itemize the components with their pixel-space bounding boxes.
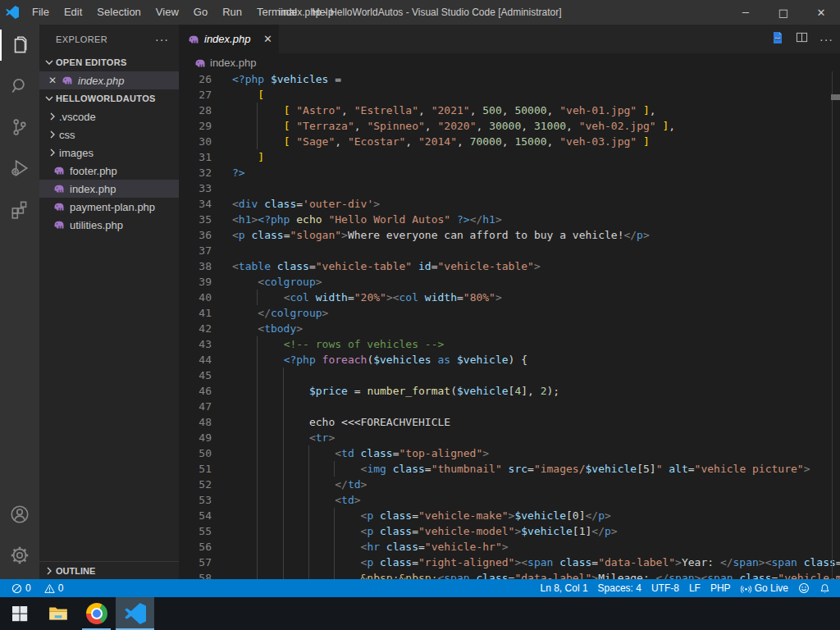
- bell-icon: [819, 583, 830, 594]
- tree-item-utilities.php[interactable]: utilities.php: [39, 216, 179, 234]
- close-button[interactable]: ✕: [802, 0, 840, 25]
- menu-edit[interactable]: Edit: [57, 0, 89, 25]
- menu-selection[interactable]: Selection: [89, 0, 148, 25]
- chevron-right-icon: [43, 567, 56, 575]
- title-bar: FileEditSelectionViewGoRunTerminalHelp i…: [0, 0, 840, 25]
- window-title: index.php - HelloWorldAutos - Visual Stu…: [278, 7, 561, 18]
- main-area: EXPLORER ··· OPEN EDITORS ✕index.php HEL…: [0, 25, 840, 579]
- code-area[interactable]: 26<?php $vehicles =27 [28 [ "Astro", "Es…: [179, 71, 840, 579]
- code-line: 46 $price = number_format($vehicle[4], 2…: [179, 383, 840, 399]
- taskbar-chrome-button[interactable]: [77, 597, 116, 630]
- activity-explorer-icon[interactable]: [0, 25, 39, 66]
- code-line: 52 </td>: [179, 477, 840, 492]
- php-file-icon: [52, 164, 66, 177]
- code-line: 58 &nbsp;&nbsp;<span class="data-label">…: [179, 570, 840, 579]
- activity-bar: [0, 25, 39, 579]
- php-file-icon: [52, 218, 66, 231]
- outline-section[interactable]: OUTLINE: [39, 561, 179, 579]
- chrome-icon: [86, 603, 107, 624]
- warning-icon: [44, 583, 55, 594]
- status-encoding[interactable]: UTF-8: [646, 579, 684, 597]
- tab-close-icon[interactable]: ✕: [258, 33, 272, 45]
- editor-group: index.php ✕ PHP ··· index.php 26<?php $v…: [179, 25, 840, 579]
- code-line: 34<div class='outer-div'>: [179, 196, 840, 212]
- status-error[interactable]: 0: [7, 579, 36, 597]
- code-line: 49 <tr>: [179, 430, 840, 445]
- code-line: 43 <!-- rows of vehicles -->: [179, 336, 840, 352]
- open-editor-index.php[interactable]: ✕index.php: [39, 71, 179, 89]
- code-line: 50 <td class="top-aligned">: [179, 445, 840, 461]
- php-file-icon: [52, 200, 66, 213]
- code-line: 45: [179, 368, 840, 383]
- activity-source-control-icon[interactable]: [0, 107, 39, 148]
- code-line: 31 ]: [179, 149, 840, 165]
- tree-item-images[interactable]: images: [39, 144, 179, 162]
- tab-index-php[interactable]: index.php ✕: [179, 25, 279, 53]
- chevron-right-icon: [46, 112, 59, 121]
- activity-run-debug-icon[interactable]: [0, 148, 39, 189]
- scrollbar-track: [832, 71, 833, 579]
- status-warning[interactable]: 0: [39, 579, 69, 597]
- php-file-icon: [187, 33, 200, 46]
- activity-settings-icon[interactable]: [0, 535, 39, 576]
- activity-search-icon[interactable]: [0, 66, 39, 107]
- code-line: 47: [179, 399, 840, 414]
- folder-section-header[interactable]: HELLOWORLDAUTOS: [39, 89, 179, 107]
- editor-more-actions-icon[interactable]: ···: [819, 33, 833, 46]
- maximize-button[interactable]: □: [765, 0, 802, 25]
- tree-item-.vscode[interactable]: .vscode: [39, 107, 179, 126]
- tab-bar: index.php ✕ PHP ···: [179, 25, 840, 53]
- activity-accounts-icon[interactable]: [0, 494, 39, 535]
- tree-item-css[interactable]: css: [39, 126, 179, 144]
- menu-view[interactable]: View: [148, 0, 186, 25]
- code-line: 28 [ "Astro", "Estrella", "2021", 500, 5…: [179, 103, 840, 118]
- status-eol[interactable]: LF: [684, 579, 705, 597]
- php-file-icon: [194, 57, 207, 68]
- chevron-down-icon: [43, 94, 56, 103]
- menu-go[interactable]: Go: [186, 0, 215, 25]
- open-editors-section[interactable]: OPEN EDITORS: [39, 53, 179, 71]
- split-editor-icon[interactable]: [796, 31, 808, 47]
- status-notifications[interactable]: [815, 579, 835, 597]
- code-line: 53 <td>: [179, 492, 840, 508]
- tree-item-footer.php[interactable]: footer.php: [39, 162, 179, 180]
- php-file-icon: [52, 182, 66, 195]
- code-line: 27 [: [179, 87, 840, 103]
- breadcrumb[interactable]: index.php: [179, 53, 840, 71]
- broadcast-icon: [741, 583, 751, 594]
- close-icon[interactable]: ✕: [46, 75, 59, 86]
- explorer-more-actions-icon[interactable]: ···: [155, 33, 169, 46]
- php-server-icon[interactable]: PHP: [771, 31, 784, 48]
- status-indentation[interactable]: Spaces: 4: [593, 579, 646, 597]
- sidebar-title: EXPLORER: [56, 34, 155, 44]
- code-line: 29 [ "Terraza", "Spinneo", "2020", 30000…: [179, 118, 840, 134]
- code-line: 30 [ "Sage", "Ecostar", "2014", 70000, 1…: [179, 134, 840, 149]
- tree-item-payment-plan.php[interactable]: payment-plan.php: [39, 198, 179, 216]
- error-icon: [11, 583, 22, 594]
- minimize-button[interactable]: ─: [727, 0, 765, 25]
- status-feedback[interactable]: [793, 579, 815, 597]
- code-line: 32?>: [179, 165, 840, 180]
- menu-file[interactable]: File: [25, 0, 57, 25]
- taskbar-start-button[interactable]: [0, 597, 39, 630]
- php-file-icon: [61, 74, 74, 87]
- status-go-live[interactable]: Go Live: [736, 579, 793, 597]
- status-language-mode[interactable]: PHP: [705, 579, 736, 597]
- code-line: 37: [179, 243, 840, 258]
- chevron-right-icon: [46, 130, 59, 139]
- tree-item-index.php[interactable]: index.php: [39, 180, 179, 198]
- taskbar-vscode-button[interactable]: [116, 597, 154, 630]
- code-line: 42 <tbody>: [179, 321, 840, 336]
- code-line: 44 <?php foreach($vehicles as $vehicle) …: [179, 352, 840, 368]
- explorer-sidebar: EXPLORER ··· OPEN EDITORS ✕index.php HEL…: [39, 25, 179, 579]
- status-cursor-position[interactable]: Ln 8, Col 1: [536, 579, 593, 597]
- taskbar-file-explorer-button[interactable]: [39, 597, 77, 630]
- code-line: 51 <img class="thumbnail" src="images/$v…: [179, 461, 840, 477]
- code-line: 55 <p class="vehicle-model">$vehicle[1]<…: [179, 523, 840, 539]
- code-line: 56 <hr class="vehicle-hr">: [179, 539, 840, 555]
- menu-run[interactable]: Run: [215, 0, 249, 25]
- activity-extensions-icon[interactable]: [0, 189, 39, 230]
- chevron-down-icon: [43, 58, 56, 66]
- scrollbar-thumb[interactable]: [831, 94, 840, 100]
- windows-taskbar: [0, 597, 840, 630]
